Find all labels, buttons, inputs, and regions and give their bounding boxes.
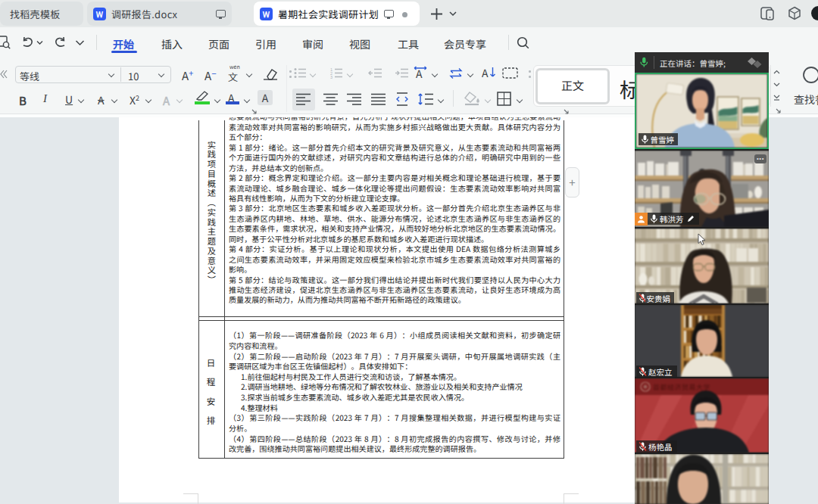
svg-text:A: A bbox=[482, 66, 489, 79]
svg-text:首都经济贸易大学: 首都经济贸易大学 bbox=[653, 382, 710, 392]
svg-text:3: 3 bbox=[330, 75, 333, 79]
